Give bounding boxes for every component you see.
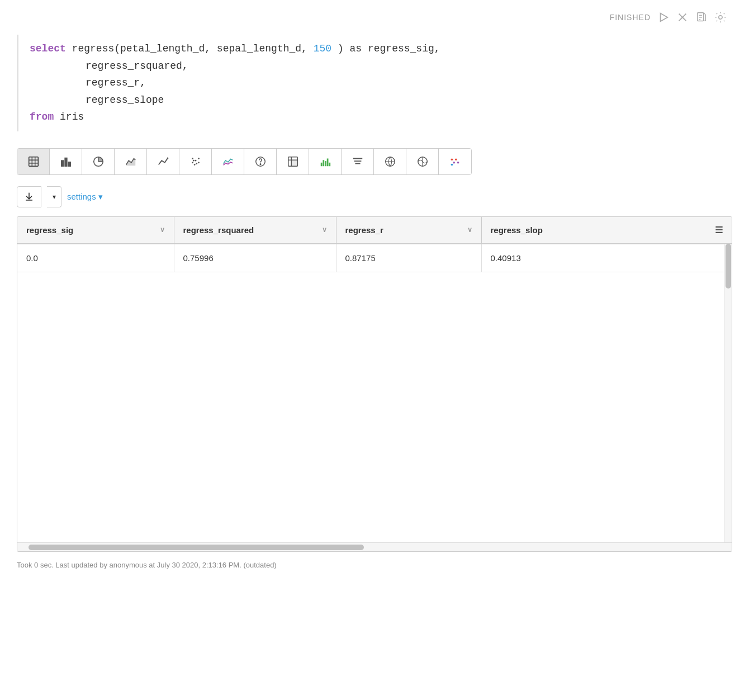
sort-icon-regress-sig[interactable]: ∨ bbox=[160, 226, 165, 234]
viz-btn-dots[interactable] bbox=[439, 149, 471, 174]
viz-btn-map1[interactable] bbox=[374, 149, 406, 174]
results-container: regress_sig ∨ regress_rsquared ∨ bbox=[17, 216, 732, 552]
viz-btn-histogram[interactable] bbox=[309, 149, 342, 174]
svg-rect-34 bbox=[291, 160, 297, 166]
kw-select: select bbox=[30, 43, 66, 54]
svg-point-27 bbox=[198, 162, 200, 163]
viz-btn-line[interactable] bbox=[147, 149, 179, 174]
viz-btn-map2[interactable] bbox=[406, 149, 439, 174]
viz-btn-table[interactable] bbox=[17, 149, 50, 174]
viz-btn-help[interactable] bbox=[244, 149, 277, 174]
kw-from: from bbox=[30, 111, 54, 122]
svg-point-28 bbox=[192, 160, 194, 162]
results-table: regress_sig ∨ regress_rsquared ∨ bbox=[17, 217, 732, 541]
svg-rect-37 bbox=[325, 161, 326, 166]
sort-icon-regress-r[interactable]: ∨ bbox=[467, 226, 472, 234]
code-suffix: ) as regress_sig, bbox=[338, 43, 440, 54]
svg-rect-8 bbox=[29, 157, 38, 167]
svg-point-7 bbox=[719, 16, 722, 19]
col-header-regress-sig[interactable]: regress_sig ∨ bbox=[17, 217, 174, 244]
table-body: 0.0 0.75996 0.87175 0.40913 bbox=[17, 244, 732, 541]
table-empty-row bbox=[17, 272, 732, 540]
svg-rect-39 bbox=[329, 163, 330, 166]
svg-point-47 bbox=[451, 158, 453, 160]
col-label-regress-slope: regress_slop bbox=[491, 225, 543, 235]
svg-point-22 bbox=[195, 160, 196, 162]
cell-regress-r: 0.87175 bbox=[336, 244, 481, 272]
svg-point-26 bbox=[193, 164, 195, 165]
svg-point-50 bbox=[457, 162, 459, 164]
col-menu-icon[interactable]: ☰ bbox=[715, 225, 723, 235]
viz-btn-pie[interactable] bbox=[82, 149, 115, 174]
main-container: FINISHED bbox=[0, 0, 749, 580]
viz-btn-bubble[interactable] bbox=[212, 149, 244, 174]
svg-point-48 bbox=[455, 158, 457, 160]
horizontal-scrollbar-track[interactable] bbox=[17, 542, 732, 551]
viz-btn-funnel[interactable] bbox=[342, 149, 374, 174]
svg-point-25 bbox=[196, 163, 197, 164]
dropdown-arrow-icon: ▾ bbox=[53, 193, 56, 201]
viz-btn-pivot[interactable] bbox=[277, 149, 309, 174]
cell-regress-slope: 0.40913 bbox=[481, 244, 732, 272]
run-icon[interactable] bbox=[657, 11, 670, 23]
svg-rect-13 bbox=[61, 160, 63, 166]
cell-regress-rsquared: 0.75996 bbox=[174, 244, 336, 272]
svg-point-49 bbox=[453, 162, 455, 164]
viz-btn-scatter[interactable] bbox=[179, 149, 212, 174]
code-line-4: regress_slope bbox=[30, 92, 732, 109]
code-fn: regress(petal_length_d, sepal_length_d, bbox=[72, 43, 314, 54]
table-row: 0.0 0.75996 0.87175 0.40913 bbox=[17, 244, 732, 272]
code-line-3: regress_r, bbox=[30, 74, 732, 92]
col-header-regress-rsquared[interactable]: regress_rsquared ∨ bbox=[174, 217, 336, 244]
settings-icon[interactable] bbox=[714, 11, 727, 23]
docs-icon[interactable] bbox=[695, 11, 708, 23]
svg-point-30 bbox=[260, 164, 260, 164]
footer-text: Took 0 sec. Last updated by anonymous at… bbox=[17, 561, 277, 569]
horizontal-scrollbar-thumb[interactable] bbox=[29, 545, 364, 550]
svg-marker-0 bbox=[661, 13, 668, 22]
download-dropdown-button[interactable]: ▾ bbox=[47, 186, 61, 207]
code-editor[interactable]: select regress(petal_length_d, sepal_len… bbox=[17, 35, 732, 131]
svg-point-21 bbox=[192, 158, 193, 159]
vertical-scrollbar-track[interactable] bbox=[724, 244, 732, 542]
svg-rect-36 bbox=[323, 160, 324, 166]
table-header-row: regress_sig ∨ regress_rsquared ∨ bbox=[17, 217, 732, 244]
code-num: 150 bbox=[314, 43, 331, 54]
download-button[interactable] bbox=[17, 186, 41, 207]
stop-icon[interactable] bbox=[676, 11, 689, 23]
code-table: iris bbox=[60, 111, 84, 122]
code-line-2: regress_rsquared, bbox=[30, 58, 732, 75]
status-badge: FINISHED bbox=[610, 13, 651, 22]
col-label-regress-r: regress_r bbox=[345, 225, 383, 235]
results-table-wrapper[interactable]: regress_sig ∨ regress_rsquared ∨ bbox=[17, 217, 732, 542]
settings-chevron-icon: ▾ bbox=[98, 192, 103, 202]
code-line-1: select regress(petal_length_d, sepal_len… bbox=[30, 40, 732, 58]
svg-rect-14 bbox=[65, 158, 67, 167]
col-label-regress-sig: regress_sig bbox=[26, 225, 73, 235]
svg-point-51 bbox=[451, 164, 453, 166]
top-bar: FINISHED bbox=[17, 11, 732, 23]
svg-rect-15 bbox=[68, 162, 70, 166]
viz-toolbar bbox=[17, 148, 472, 175]
settings-link[interactable]: settings ▾ bbox=[67, 192, 103, 202]
sort-icon-regress-rsquared[interactable]: ∨ bbox=[322, 226, 327, 234]
svg-point-24 bbox=[192, 162, 193, 163]
cell-regress-sig: 0.0 bbox=[17, 244, 174, 272]
action-bar: ▾ settings ▾ bbox=[17, 186, 732, 207]
svg-rect-35 bbox=[320, 163, 322, 166]
settings-link-label: settings bbox=[67, 192, 96, 201]
svg-point-23 bbox=[198, 158, 200, 159]
vertical-scrollbar-thumb[interactable] bbox=[726, 244, 731, 288]
footer-bar: Took 0 sec. Last updated by anonymous at… bbox=[17, 561, 732, 569]
col-label-regress-rsquared: regress_rsquared bbox=[183, 225, 254, 235]
svg-rect-38 bbox=[326, 158, 328, 166]
viz-btn-area[interactable] bbox=[115, 149, 147, 174]
col-header-regress-r[interactable]: regress_r ∨ bbox=[336, 217, 481, 244]
viz-btn-bar[interactable] bbox=[50, 149, 82, 174]
col-header-regress-slope[interactable]: regress_slop ☰ bbox=[481, 217, 732, 244]
code-line-5: from iris bbox=[30, 108, 732, 126]
